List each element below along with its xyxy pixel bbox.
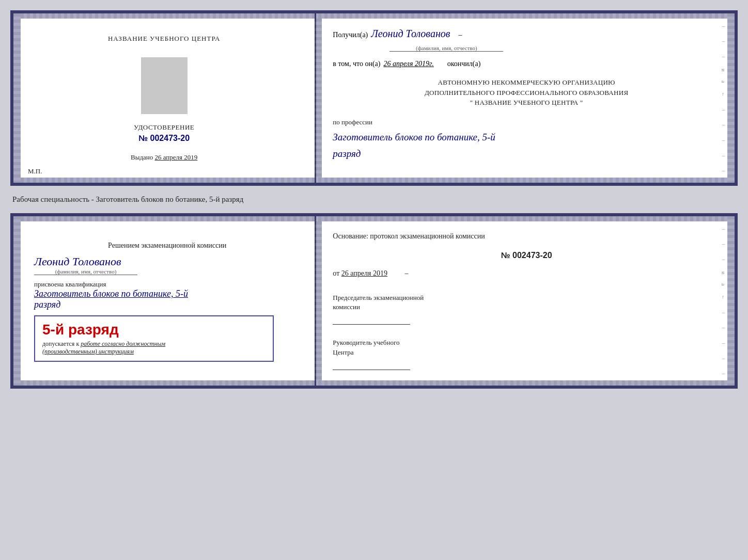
- badge-number: 5-й разряд: [42, 322, 266, 338]
- razryad-text-card2: разряд: [34, 299, 60, 310]
- received-prefix: Получил(а): [333, 31, 368, 39]
- issued-line: Выдано 26 апреля 2019: [131, 153, 197, 162]
- org-line3: " НАЗВАНИЕ УЧЕБНОГО ЦЕНТРА ": [333, 98, 720, 108]
- razryad-text-card1: разряд: [333, 148, 720, 159]
- allowed-text2: (производственным) инструкциям: [42, 348, 134, 355]
- center-strip: [315, 19, 322, 178]
- profession-text: Заготовитель блоков по ботанике, 5-й: [333, 132, 720, 143]
- chairman-line1: Председатель экзаменационной: [333, 293, 720, 302]
- allowed-text: работе согласно должностным: [81, 340, 165, 347]
- issued-label: Выдано: [131, 153, 153, 161]
- card2-right: Основание: протокол экзаменационной коми…: [316, 216, 735, 386]
- training-center-label: НАЗВАНИЕ УЧЕБНОГО ЦЕНТРА: [108, 35, 220, 43]
- allowed-prefix: допускается к: [42, 340, 79, 347]
- mp-label: М.П.: [28, 167, 42, 175]
- certificate-card-1: НАЗВАНИЕ УЧЕБНОГО ЦЕНТРА УДОСТОВЕРЕНИЕ №…: [10, 10, 738, 186]
- date-value-2: 26 апреля 2019: [341, 269, 387, 277]
- photo-placeholder: [141, 57, 188, 114]
- person-name-note: (фамилия, имя, отчество): [389, 45, 503, 52]
- org-line2: ДОПОЛНИТЕЛЬНОГО ПРОФЕССИОНАЛЬНОГО ОБРАЗО…: [333, 88, 720, 98]
- date-row: в том, что он(а) 26 апреля 2019г. окончи…: [333, 60, 720, 68]
- chairman-signature-line: [333, 324, 410, 325]
- page-wrapper: НАЗВАНИЕ УЧЕБНОГО ЦЕНТРА УДОСТОВЕРЕНИЕ №…: [10, 10, 738, 389]
- org-block: АВТОНОМНУЮ НЕКОММЕРЧЕСКУЮ ОРГАНИЗАЦИЮ ДО…: [333, 77, 720, 108]
- head-line2: Центра: [333, 348, 720, 357]
- date-value: 26 апреля 2019г.: [383, 60, 433, 68]
- card1-left: НАЗВАНИЕ УЧЕБНОГО ЦЕНТРА УДОСТОВЕРЕНИЕ №…: [13, 13, 316, 183]
- date-suffix: окончил(а): [447, 60, 481, 68]
- certificate-card-2: Решением экзаменационной комиссии Леонид…: [10, 213, 738, 389]
- card2-left: Решением экзаменационной комиссии Леонид…: [13, 216, 316, 386]
- org-line1: АВТОНОМНУЮ НЕКОММЕРЧЕСКУЮ ОРГАНИЗАЦИЮ: [333, 77, 720, 88]
- date-prefix-2: от: [333, 269, 339, 277]
- profession-label: по профессии: [333, 118, 720, 126]
- head-label: Руководитель учебного Центра: [333, 338, 720, 357]
- cert-number: № 002473-20: [138, 134, 190, 143]
- person-name-note-wrapper: (фамилия, имя, отчество): [389, 45, 720, 52]
- issued-date: 26 апреля 2019: [155, 153, 198, 161]
- person-name-card1: Леонид Толованов: [371, 28, 450, 40]
- dash1: –: [459, 31, 462, 39]
- dash2: –: [404, 269, 408, 277]
- card1-right: Получил(а) Леонид Толованов – (фамилия, …: [316, 13, 735, 183]
- badge-allowed: допускается к работе согласно должностны…: [42, 340, 266, 356]
- cert-title: УДОСТОВЕРЕНИЕ: [134, 123, 194, 132]
- date-prefix: в том, что он(а): [333, 60, 380, 68]
- chairman-line2: комиссии: [333, 302, 720, 312]
- protocol-date: от 26 апреля 2019 –: [333, 269, 720, 278]
- protocol-number: № 002473-20: [333, 251, 720, 260]
- received-row: Получил(а) Леонид Толованов –: [333, 28, 720, 40]
- badge-box: 5-й разряд допускается к работе согласно…: [34, 315, 274, 362]
- chairman-label: Председатель экзаменационной комиссии: [333, 293, 720, 312]
- right-side-marks: ––– и а ← –––––: [721, 13, 726, 183]
- decision-label: Решением экзаменационной комиссии: [34, 240, 300, 251]
- person-name-card2: Леонид Толованов: [34, 255, 121, 268]
- center-strip-2: [315, 221, 322, 380]
- qualification-label: присвоена квалификация: [34, 280, 106, 289]
- specialty-label: Рабочая специальность - Заготовитель бло…: [10, 195, 738, 204]
- person-name-note-card2: (фамилия, имя, отчество): [34, 268, 137, 275]
- right-side-marks-2: ––– и а ← –––––: [721, 216, 726, 386]
- qualification-text: Заготовитель блоков по ботанике, 5-й: [34, 289, 188, 299]
- basis-label: Основание: протокол экзаменационной коми…: [333, 231, 720, 242]
- head-signature-line: [333, 370, 410, 370]
- head-line1: Руководитель учебного: [333, 338, 720, 347]
